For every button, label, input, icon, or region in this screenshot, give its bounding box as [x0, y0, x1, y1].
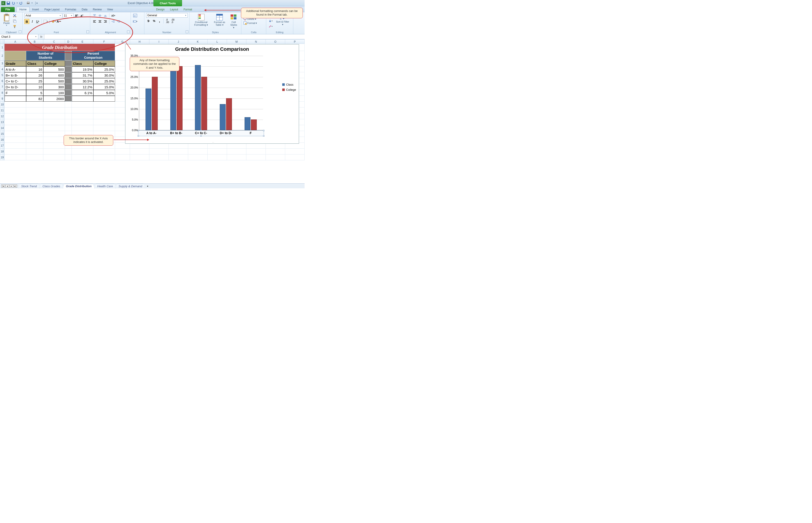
cell[interactable]: C+ to C-: [4, 78, 26, 84]
wrap-text-button[interactable]: ab: [133, 13, 138, 18]
sheet-tab[interactable]: Health Care: [94, 184, 116, 188]
cell[interactable]: [188, 149, 208, 155]
bar-college[interactable]: [152, 77, 158, 130]
cell[interactable]: [26, 143, 43, 149]
cell[interactable]: [130, 149, 149, 155]
cell[interactable]: [43, 119, 65, 125]
chart-handle-top[interactable]: ⋯: [212, 44, 214, 47]
cell[interactable]: [93, 155, 115, 160]
row-header[interactable]: 16: [0, 137, 4, 143]
column-header[interactable]: C: [43, 39, 65, 44]
sheet-nav-first[interactable]: |◂: [1, 184, 5, 188]
column-header[interactable]: A: [4, 39, 26, 44]
column-header[interactable]: F: [93, 39, 115, 44]
cell[interactable]: 5.0%: [93, 90, 115, 96]
align-middle-button[interactable]: [97, 13, 102, 18]
cell[interactable]: [65, 108, 72, 113]
cell[interactable]: [93, 125, 115, 131]
cell[interactable]: 300: [43, 84, 65, 90]
column-header[interactable]: E: [72, 39, 93, 44]
font-name-combo[interactable]: Arial▼: [24, 13, 62, 18]
dialog-launcher-icon[interactable]: [127, 31, 130, 33]
cell[interactable]: [169, 155, 188, 160]
sheet-nav-last[interactable]: ▸|: [14, 184, 17, 188]
cell[interactable]: [43, 155, 65, 160]
cell[interactable]: [285, 149, 305, 155]
tab-review[interactable]: Review: [90, 7, 104, 12]
cell[interactable]: [43, 131, 65, 137]
percent-format-button[interactable]: %: [152, 19, 156, 23]
undo-icon[interactable]: [11, 1, 15, 5]
dropdown-icon[interactable]: ▼: [16, 2, 18, 4]
row-header[interactable]: 1: [0, 44, 4, 51]
paste-button[interactable]: Paste ▼: [2, 13, 11, 27]
cell[interactable]: [149, 155, 169, 160]
cell[interactable]: 500: [43, 78, 65, 84]
cell[interactable]: B+ to B-: [4, 72, 26, 78]
cell[interactable]: [43, 113, 65, 119]
cell[interactable]: [93, 102, 115, 108]
cell[interactable]: [188, 155, 208, 160]
row-header[interactable]: 2: [0, 51, 4, 60]
bar-class[interactable]: [195, 65, 201, 130]
redo-icon[interactable]: [19, 1, 23, 5]
tab-view[interactable]: View: [105, 7, 116, 12]
row-header[interactable]: 5: [0, 72, 4, 78]
cell-styles-button[interactable]: Cell Styles ▾: [228, 13, 239, 29]
column-header[interactable]: M: [227, 39, 246, 44]
cell[interactable]: PercentComparison: [72, 51, 115, 60]
cell[interactable]: Number ofStudents: [26, 51, 65, 60]
cell[interactable]: 2000: [43, 96, 65, 102]
column-header[interactable]: B: [26, 39, 43, 44]
cell[interactable]: D+ to D-: [4, 84, 26, 90]
row-header[interactable]: 8: [0, 90, 4, 96]
cell[interactable]: [26, 131, 43, 137]
cell[interactable]: [4, 51, 26, 60]
column-header[interactable]: K: [188, 39, 208, 44]
row-header[interactable]: 10: [0, 102, 4, 108]
cell[interactable]: [26, 113, 43, 119]
align-bottom-button[interactable]: [103, 13, 108, 18]
cell[interactable]: [72, 149, 93, 155]
cell[interactable]: [26, 125, 43, 131]
cell[interactable]: 30.5%: [72, 78, 93, 84]
bar-college[interactable]: [226, 98, 232, 130]
copy-button[interactable]: [12, 19, 17, 23]
cell[interactable]: [43, 149, 65, 155]
column-header[interactable]: O: [266, 39, 285, 44]
cell[interactable]: [65, 125, 72, 131]
bar-college[interactable]: [177, 66, 183, 130]
cell[interactable]: [266, 149, 285, 155]
dialog-launcher-icon[interactable]: [19, 31, 21, 33]
row-header[interactable]: 18: [0, 149, 4, 155]
cell[interactable]: [4, 96, 26, 102]
column-header[interactable]: J: [169, 39, 188, 44]
cell[interactable]: [43, 125, 65, 131]
cell[interactable]: 600: [43, 72, 65, 78]
tab-insert[interactable]: Insert: [30, 7, 42, 12]
column-header[interactable]: G: [115, 39, 130, 44]
name-box[interactable]: Chart 3▼: [0, 34, 38, 39]
cell[interactable]: F: [4, 90, 26, 96]
cell[interactable]: [26, 155, 43, 160]
row-header[interactable]: 6: [0, 78, 4, 84]
cell[interactable]: 25: [26, 78, 43, 84]
bar-class[interactable]: [170, 62, 176, 130]
cell[interactable]: [72, 102, 93, 108]
tab-home[interactable]: Home: [17, 7, 30, 12]
cell[interactable]: 16: [26, 66, 43, 72]
cell[interactable]: [43, 143, 65, 149]
cell[interactable]: [72, 119, 93, 125]
cell[interactable]: [169, 149, 188, 155]
row-header[interactable]: 14: [0, 125, 4, 131]
sheet-nav-prev[interactable]: ◂: [5, 184, 9, 188]
cell[interactable]: [4, 155, 26, 160]
font-size-combo[interactable]: 11▼: [63, 13, 74, 18]
cell[interactable]: [4, 113, 26, 119]
column-header[interactable]: L: [208, 39, 227, 44]
chart-handle-bottom[interactable]: ⋯: [212, 141, 214, 144]
conditional-formatting-button[interactable]: Conditional Formatting ▾: [191, 13, 211, 26]
fill-button[interactable]: ▾: [268, 19, 273, 23]
cell[interactable]: [65, 78, 72, 84]
cell[interactable]: [4, 125, 26, 131]
